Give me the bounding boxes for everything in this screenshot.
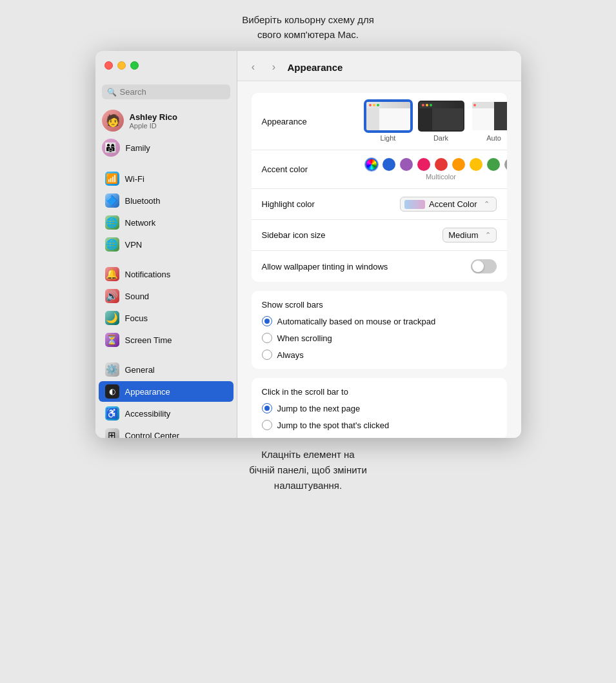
controlcenter-icon: ⊞ [105,428,119,438]
thumb-main-dark [432,108,463,132]
notifications-icon: 🔔 [105,267,119,281]
accent-color-label: Accent color [262,164,365,174]
sidebar-size-chevron-icon: ⌃ [485,231,491,239]
sound-icon: 🔊 [105,289,119,303]
sidebar-item-screentime[interactable]: ⏳ Screen Time [99,330,233,350]
appearance-light-thumb[interactable] [365,101,412,132]
thumb-dot-red [369,104,372,106]
wifi-icon: 📶 [105,172,119,186]
thumb-accent-bar [379,131,410,132]
scroll-scrolling-radio[interactable] [262,333,272,343]
back-button[interactable]: ‹ [246,60,261,74]
main-header: ‹ › Appearance [237,51,521,81]
scroll-always-radio[interactable] [262,350,272,360]
thumb-auto-light-half [472,102,494,130]
sidebar-item-label-general: General [125,365,155,375]
accent-green[interactable] [487,158,500,171]
sidebar-item-wifi[interactable]: 📶 Wi-Fi [99,168,233,189]
accent-multicolor[interactable] [365,158,378,171]
click-scroll-label: Click in the scroll bar to [262,387,497,397]
thumb-auto-dark-half [494,102,507,130]
sidebar-item-label-focus: Focus [125,313,148,323]
sidebar-item-label-notifications: Notifications [125,270,171,279]
scroll-auto-option[interactable]: Automatically based on mouse or trackpad [262,316,497,326]
click-spot-option[interactable]: Jump to the spot that's clicked [262,420,497,430]
thumb-auto-bar-dark [494,102,507,108]
sidebar-item-label-bluetooth: Bluetooth [125,196,161,206]
thumb-dot-green-dark [430,104,432,106]
sidebar-item-appearance[interactable]: ◐ Appearance [99,381,233,402]
click-nextpage-radio[interactable] [262,403,272,413]
accent-purple[interactable] [400,158,413,171]
screentime-icon: ⏳ [105,333,119,347]
thumb-dot-red-dark [422,104,424,106]
main-content: ‹ › Appearance Appearance [237,51,521,438]
sidebar-item-label-appearance: Appearance [125,387,170,397]
scroll-scrolling-option[interactable]: When scrolling [262,333,497,343]
click-spot-radio[interactable] [262,420,272,430]
wallpaper-tinting-toggle[interactable] [471,259,497,273]
accent-pink[interactable] [417,158,430,171]
accent-yellow[interactable] [470,158,482,171]
highlight-swatch [404,200,425,209]
sidebar: 🔍 🧑 Ashley Rico Apple ID 👨‍👩‍👧 Family 📶 … [95,51,237,438]
thumb-auto-bar-light [472,102,494,108]
minimize-button[interactable] [117,61,126,70]
sidebar-item-label-accessibility: Accessibility [125,409,171,419]
scroll-always-option[interactable]: Always [262,350,497,360]
main-body: Appearance [237,81,521,438]
highlight-chevron-icon: ⌃ [484,200,490,208]
accent-color-control: Multicolor [365,158,507,181]
highlight-color-control: Accent Color ⌃ [365,197,497,212]
sidebar-item-notifications[interactable]: 🔔 Notifications [99,264,233,284]
sidebar-icon-size-value: Medium [448,230,478,240]
sidebar-item-bluetooth[interactable]: 🔷 Bluetooth [99,190,233,211]
sidebar-item-label-screentime: Screen Time [125,335,172,345]
appearance-section: Appearance [252,93,507,282]
thumb-auto-main-dark [494,108,507,130]
thumb-sidebar-light [366,108,379,132]
thumb-dot-yellow-dark [426,104,428,106]
sidebar-item-vpn[interactable]: 🌐 VPN [99,234,233,255]
sidebar-item-accessibility[interactable]: ♿ Accessibility [99,403,233,424]
sidebar-item-network[interactable]: 🌐 Network [99,212,233,233]
thumb-sidebar-dark [419,108,432,132]
scroll-auto-radio-inner [264,319,270,324]
maximize-button[interactable] [130,61,139,70]
appearance-light-option[interactable]: Light [365,101,412,142]
tooltip-top: Виберіть кольорну схему для свого комп'ю… [242,13,374,42]
accent-blue[interactable] [383,158,395,171]
appearance-row: Appearance [252,93,507,150]
click-nextpage-radio-inner [264,406,270,411]
highlight-color-button[interactable]: Accent Color ⌃ [400,197,496,212]
accent-graphite[interactable] [504,158,507,171]
network-icon: 🌐 [105,215,119,230]
search-bar[interactable]: 🔍 [102,84,230,99]
avatar: 🧑 [102,110,124,132]
search-input[interactable] [120,87,225,97]
appearance-auto-thumb[interactable] [471,101,507,132]
appearance-light-label: Light [381,134,396,142]
sidebar-item-family[interactable]: 👨‍👩‍👧 Family [95,135,237,160]
click-nextpage-option[interactable]: Jump to the next page [262,403,497,413]
thumb-content-light [366,108,410,132]
sidebar-icon-size-button[interactable]: Medium ⌃ [442,228,496,243]
sidebar-item-focus[interactable]: 🌙 Focus [99,308,233,328]
close-button[interactable] [104,61,113,70]
scroll-auto-radio[interactable] [262,316,272,326]
wallpaper-tinting-label: Allow wallpaper tinting in windows [262,262,388,272]
thumb-dot-green [377,104,379,106]
sidebar-item-general[interactable]: ⚙️ General [99,359,233,380]
accent-red[interactable] [435,158,448,171]
sidebar-item-controlcenter[interactable]: ⊞ Control Center [99,425,233,438]
appearance-auto-option[interactable]: Auto [471,101,507,142]
forward-button[interactable]: › [267,60,281,74]
user-profile[interactable]: 🧑 Ashley Rico Apple ID [95,106,237,135]
highlight-color-row: Highlight color Accent Color ⌃ [252,189,507,220]
thumb-dot-yellow [373,104,375,106]
sidebar-item-sound[interactable]: 🔊 Sound [99,286,233,306]
appearance-dark-option[interactable]: Dark [418,101,464,142]
accent-orange[interactable] [452,158,465,171]
appearance-dark-thumb[interactable] [418,101,464,132]
scroll-auto-label: Automatically based on mouse or trackpad [277,317,436,326]
